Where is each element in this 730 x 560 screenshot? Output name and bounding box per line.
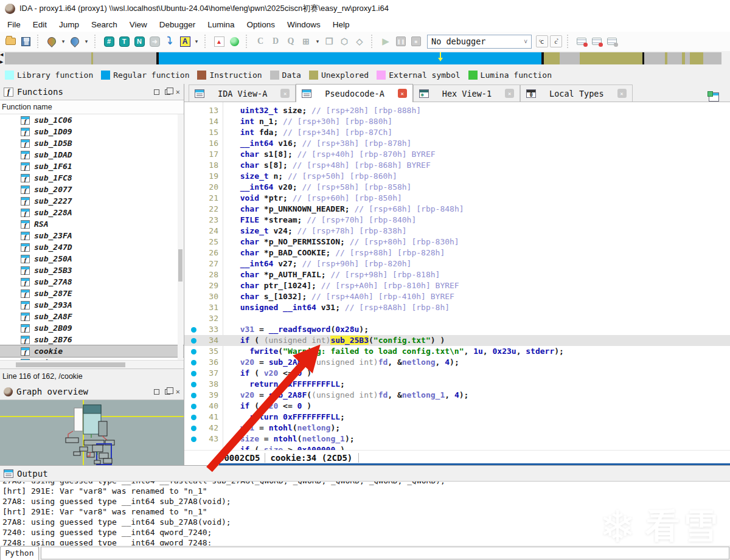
code-line[interactable]: 34 if ( (unsigned int)sub_25B3("config.t…: [184, 335, 730, 346]
code-line[interactable]: 40 if ( v20 <= 0 ): [184, 401, 730, 412]
code-line[interactable]: 39 v20 = sub_2A8F((unsigned int)fd, &net…: [184, 390, 730, 401]
compiler-run-button[interactable]: c͛: [550, 35, 562, 47]
functions-horizontal-scrollbar[interactable]: [0, 360, 184, 368]
float-icon[interactable]: [165, 389, 170, 395]
jump-name-button[interactable]: T: [117, 35, 131, 48]
code-line[interactable]: 15 int fda; // [rsp+34h] [rbp-87Ch]: [184, 127, 730, 138]
save-button[interactable]: [19, 35, 32, 48]
code-line[interactable]: 19 size_t n; // [rsp+50h] [rbp-860h]: [184, 171, 730, 182]
lumina-button[interactable]: [228, 35, 241, 48]
tab-local-types[interactable]: Local Types✕: [520, 85, 632, 102]
nav-marker-button[interactable]: ▲: [212, 35, 226, 48]
menu-item-file[interactable]: File: [1, 18, 27, 31]
breakpoint-list-button[interactable]: [575, 35, 588, 48]
function-item[interactable]: fsub_1F61: [0, 161, 184, 172]
function-item[interactable]: fcookie: [0, 345, 184, 357]
code-line[interactable]: 31 unsigned __int64 v31; // [rsp+8A8h] […: [184, 302, 730, 313]
menu-item-edit[interactable]: Edit: [27, 18, 53, 31]
code-line[interactable]: 35 fwrite("Warning: failed to load confi…: [184, 346, 730, 357]
graph-overview-canvas[interactable]: [0, 400, 184, 465]
function-item[interactable]: fsub_2B09: [0, 322, 184, 334]
jump-forward-button[interactable]: [68, 35, 82, 48]
close-icon[interactable]: ✕: [176, 89, 180, 95]
windows-list-icon[interactable]: [709, 92, 719, 102]
compiler-button[interactable]: ͨc: [536, 35, 548, 47]
code-line[interactable]: 25 char *p_NO_PERMISSION; // [rsp+80h] […: [184, 237, 730, 247]
navigator-scroll-arrows[interactable]: ◀▶: [0, 51, 5, 66]
tab-close-button[interactable]: ✕: [505, 89, 514, 98]
code-line[interactable]: 38 return 0xFFFFFFFFLL;: [184, 379, 730, 390]
make-array-button[interactable]: ⊞: [299, 35, 313, 48]
menu-item-jump[interactable]: Jump: [53, 18, 85, 31]
function-item[interactable]: fsub_2227: [0, 195, 184, 207]
make-data-button[interactable]: D: [269, 35, 282, 48]
tab-hex-view-1[interactable]: Hex View-1✕: [413, 85, 520, 102]
function-item[interactable]: fsub_1DAD: [0, 149, 184, 161]
code-line[interactable]: 24 size_t v24; // [rsp+78h] [rbp-838h]: [184, 226, 730, 237]
text-options-button[interactable]: A: [178, 35, 192, 48]
function-item[interactable]: fsub_2A8F: [0, 311, 184, 322]
code-line[interactable]: 41 return 0xFFFFFFFFLL;: [184, 412, 730, 423]
menu-item-windows[interactable]: Windows: [281, 18, 327, 31]
menu-item-help[interactable]: Help: [327, 18, 356, 31]
tab-close-button[interactable]: ✕: [617, 89, 627, 98]
debugger-pause-button[interactable]: ❚❚: [394, 35, 408, 48]
make-string-button[interactable]: Q: [284, 35, 297, 48]
code-line[interactable]: 36 v20 = sub_2A8F((unsigned int)fd, &net…: [184, 357, 730, 368]
jump-back-button[interactable]: [45, 35, 58, 48]
code-line[interactable]: 21 void *ptr; // [rsp+60h] [rbp-850h]: [184, 193, 730, 204]
function-item[interactable]: fsub_250A: [0, 253, 184, 264]
function-item[interactable]: fsub_1C06: [0, 114, 184, 126]
menu-item-options[interactable]: Options: [240, 18, 281, 31]
functions-vertical-scrollbar[interactable]: [178, 114, 183, 360]
function-item[interactable]: fsub_228A: [0, 207, 184, 218]
code-line[interactable]: 42 v11 = ntohl(netlong);: [184, 423, 730, 434]
code-line[interactable]: 22 char *p_UNKNOWN_HEADER; // [rsp+68h] …: [184, 204, 730, 215]
menu-item-view[interactable]: View: [123, 18, 153, 31]
create-function-button[interactable]: ⬡: [338, 35, 351, 48]
code-line[interactable]: 18 char s[8]; // [rsp+48h] [rbp-868h] BY…: [184, 160, 730, 171]
output-log[interactable]: 27A8: using guessed type __int64 __fastc…: [0, 482, 730, 545]
code-line[interactable]: 28 char *p_AUTH_FAIL; // [rsp+98h] [rbp-…: [184, 269, 730, 280]
scrollbar-thumb[interactable]: [16, 362, 125, 367]
menu-item-search[interactable]: Search: [85, 18, 123, 31]
menu-item-lumina[interactable]: Lumina: [201, 18, 240, 31]
function-item[interactable]: fsub_1D09: [0, 126, 184, 137]
code-line[interactable]: 17 char s1[8]; // [rsp+40h] [rbp-870h] B…: [184, 149, 730, 160]
add-breakpoint-button[interactable]: [590, 35, 603, 48]
code-line[interactable]: 14 int n_1; // [rsp+30h] [rbp-880h]: [184, 116, 730, 127]
python-tab[interactable]: Python: [0, 546, 39, 560]
jump-back-dropdown[interactable]: ▾: [60, 38, 66, 44]
code-line[interactable]: 23 FILE *stream; // [rsp+70h] [rbp-840h]: [184, 215, 730, 226]
python-input[interactable]: [41, 547, 729, 559]
patch-button[interactable]: ◇: [353, 35, 366, 48]
maximize-icon[interactable]: [154, 89, 159, 95]
open-file-button[interactable]: [4, 35, 17, 48]
tab-pseudocode-a[interactable]: Pseudocode-A✕: [296, 84, 413, 102]
code-line[interactable]: 26 char *p_BAD_COOKIE; // [rsp+88h] [rbp…: [184, 247, 730, 258]
function-item[interactable]: fsub_23FA: [0, 230, 184, 241]
edit-struct-button[interactable]: ❒: [322, 35, 336, 48]
code-line[interactable]: 30 char s_[1032]; // [rsp+4A0h] [rbp-410…: [184, 291, 730, 302]
function-item[interactable]: fsub_2B76: [0, 334, 184, 345]
delete-breakpoint-button[interactable]: [605, 35, 619, 48]
function-item[interactable]: fsub_1D5B: [0, 137, 184, 149]
scrollbar-thumb[interactable]: [178, 249, 182, 282]
code-line[interactable]: 43 size = ntohl(netlong_1);: [184, 434, 730, 444]
code-line[interactable]: 16 __int64 v16; // [rsp+38h] [rbp-878h]: [184, 138, 730, 149]
jump-address-button[interactable]: #: [102, 35, 116, 48]
function-item[interactable]: fsub_27A8: [0, 276, 184, 288]
function-name-column-header[interactable]: Function name: [0, 100, 184, 114]
close-icon[interactable]: ✕: [176, 389, 180, 395]
tab-ida-view-a[interactable]: IDA View-A✕: [189, 85, 296, 102]
function-item[interactable]: fRSA: [0, 218, 184, 230]
code-line[interactable]: 27 __int64 v27; // [rsp+90h] [rbp-820h]: [184, 258, 730, 269]
debugger-stop-button[interactable]: ■: [409, 35, 423, 48]
code-line[interactable]: 20 __int64 v20; // [rsp+58h] [rbp-858h]: [184, 182, 730, 193]
pseudocode-view[interactable]: 13 uint32_t size; // [rsp+28h] [rbp-888h…: [184, 102, 730, 450]
jump-down-button[interactable]: ⤵: [163, 35, 176, 48]
function-item[interactable]: fsub_2077: [0, 184, 184, 195]
code-line[interactable]: if ( size > 0xA00000 ): [184, 444, 730, 450]
navigation-band[interactable]: [5, 52, 730, 64]
function-item[interactable]: fsub_25B3: [0, 264, 184, 276]
